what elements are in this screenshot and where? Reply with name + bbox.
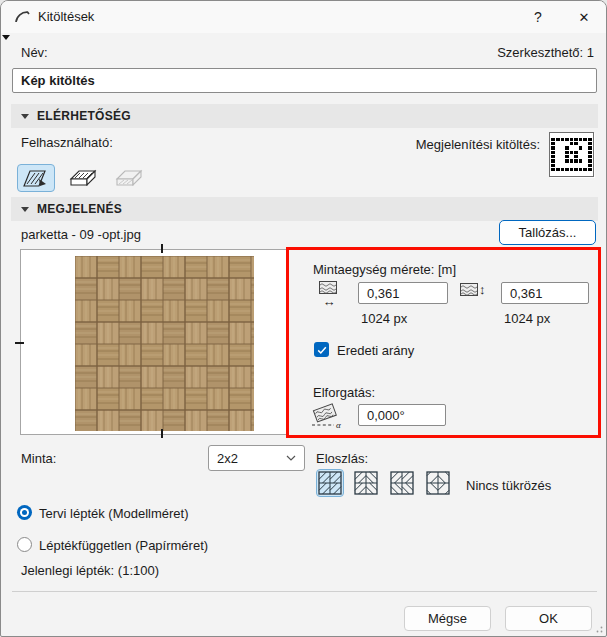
display-fill-label: Megjelenítési kitöltés: <box>416 137 540 152</box>
mirror-none-icon <box>318 471 342 495</box>
fill-name-input[interactable]: Kép kitöltés <box>12 68 597 93</box>
fill-type-cut-button <box>109 164 147 192</box>
paper-scale-radio[interactable] <box>17 537 32 552</box>
sample-label: Minta: <box>21 451 56 466</box>
name-label: Név: <box>21 45 48 60</box>
origin-tick-bottom <box>161 429 163 438</box>
radio-dot <box>22 510 27 515</box>
titlebar: Kitöltések ? ✕ <box>1 1 606 33</box>
help-button[interactable]: ? <box>521 2 555 32</box>
display-fill-swatch[interactable] <box>549 132 594 177</box>
height-pixels-label: 1024 px <box>504 311 550 326</box>
model-scale-radio[interactable] <box>17 505 32 520</box>
collapse-triangle-icon <box>21 114 29 119</box>
fills-dialog: Kitöltések ? ✕ Név: Szerkeszthető: 1 Kép… <box>0 0 607 637</box>
svg-text:α: α <box>336 420 341 429</box>
mirror-xy-button[interactable] <box>424 469 452 497</box>
mirror-y-icon <box>390 471 414 495</box>
radio-ring <box>20 508 29 517</box>
cut-fill-icon <box>113 167 143 189</box>
pattern-width-input[interactable]: 0,361 <box>358 282 448 304</box>
resize-grip[interactable] <box>593 623 603 633</box>
rotation-input[interactable]: 0,000° <box>358 404 446 426</box>
sample-dropdown[interactable]: 2x2 <box>208 445 305 471</box>
rotation-label: Elforgatás: <box>313 385 375 400</box>
origin-tick-top <box>161 244 163 253</box>
fill-type-drafting-button[interactable] <box>17 164 55 192</box>
editable-count-label: Szerkeszthető: 1 <box>497 45 594 60</box>
pattern-width-icon: ↔ <box>319 280 339 306</box>
parquet-texture-image <box>75 256 254 431</box>
browse-button[interactable]: Tallózás... <box>499 220 596 245</box>
mirror-none-button[interactable] <box>316 469 344 497</box>
sample-dropdown-value: 2x2 <box>217 451 238 466</box>
fill-type-cover-button[interactable] <box>63 164 101 192</box>
mirror-x-icon <box>354 471 378 495</box>
footer-separator <box>12 591 597 592</box>
mirror-y-button[interactable] <box>388 469 416 497</box>
mirror-xy-icon <box>426 471 450 495</box>
cover-fill-icon <box>67 167 97 189</box>
section-appearance[interactable]: MEGJELENÉS <box>11 197 598 221</box>
model-scale-label[interactable]: Tervi lépték (Modellméret) <box>39 506 189 521</box>
cancel-button[interactable]: Mégse <box>404 606 491 631</box>
close-button[interactable]: ✕ <box>567 2 601 32</box>
app-arc-icon <box>14 9 30 25</box>
section-availability[interactable]: ELÉRHETŐSÉG <box>11 104 598 128</box>
mirror-status-label: Nincs tükrözés <box>466 478 551 493</box>
pattern-height-input[interactable]: 0,361 <box>501 282 589 304</box>
image-preview-box <box>20 249 288 435</box>
usable-label: Felhasználható: <box>21 135 113 150</box>
display-fill-pattern <box>551 138 591 171</box>
drafting-fill-icon <box>21 167 51 189</box>
keep-ratio-checkbox[interactable] <box>314 342 329 357</box>
paper-scale-label[interactable]: Léptékfüggetlen (Papírméret) <box>39 538 208 553</box>
dialog-title: Kitöltések <box>38 9 94 24</box>
keep-ratio-label[interactable]: Eredeti arány <box>337 343 414 358</box>
collapse-triangle-icon <box>21 207 29 212</box>
chevron-down-icon <box>286 455 296 461</box>
section-appearance-title: MEGJELENÉS <box>37 202 122 216</box>
window-edge-marker-icon <box>2 35 10 40</box>
section-availability-title: ELÉRHETŐSÉG <box>37 109 131 123</box>
check-icon <box>316 344 328 356</box>
distribution-label: Eloszlás: <box>316 451 368 466</box>
pattern-height-icon: ↕ <box>460 282 486 297</box>
width-pixels-label: 1024 px <box>361 311 407 326</box>
mirror-x-button[interactable] <box>352 469 380 497</box>
unit-size-label: Mintaegység mérete: [m] <box>313 262 456 277</box>
rotation-angle-icon: α <box>310 402 350 433</box>
current-scale-label: Jelenlegi lépték: (1:100) <box>21 563 159 578</box>
origin-tick-left <box>15 342 24 344</box>
ok-button[interactable]: OK <box>505 606 592 631</box>
image-filename: parketta - 09 -opt.jpg <box>21 227 141 242</box>
